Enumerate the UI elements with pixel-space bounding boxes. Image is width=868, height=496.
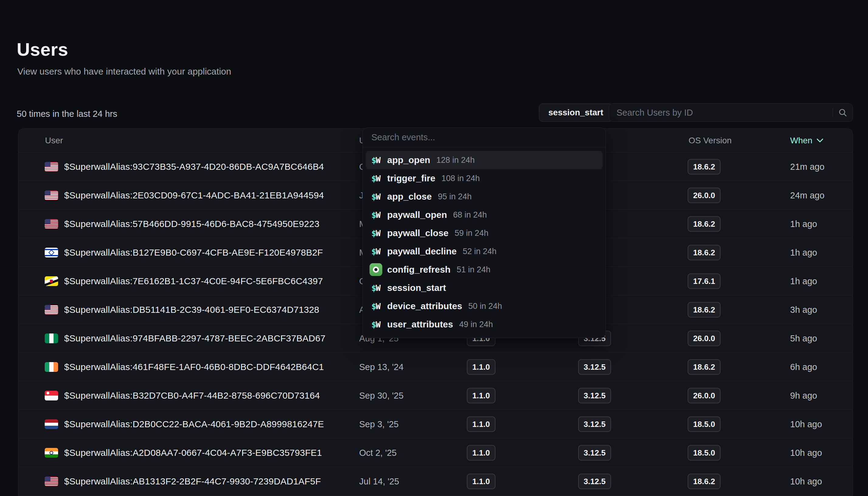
- header-when-sort[interactable]: When: [790, 136, 823, 145]
- event-list-item[interactable]: $W trigger_fire 108 in 24h: [366, 169, 602, 187]
- event-count: 128 in 24h: [436, 155, 475, 165]
- when-value: 21m ago: [790, 161, 824, 172]
- event-count: 52 in 24h: [463, 247, 496, 256]
- nl-flag-icon: [45, 419, 58, 429]
- user-search-box: [609, 104, 853, 122]
- os-version-badge: 18.6.2: [688, 359, 721, 375]
- app-version-badge: 3.12.5: [578, 359, 611, 375]
- us-flag-icon: [45, 305, 58, 315]
- user-id: $SuperwallAlias:93C73B35-A937-4D20-86DB-…: [64, 161, 324, 172]
- event-list-item[interactable]: $W app_close 95 in 24h: [366, 187, 602, 206]
- event-list-item[interactable]: $W device_attributes 50 in 24h: [366, 297, 602, 315]
- event-filter-button[interactable]: session_start: [539, 104, 613, 122]
- event-list-item[interactable]: $W paywall_open 68 in 24h: [366, 206, 602, 224]
- table-row[interactable]: $SuperwallAlias:AB1313F2-2B2F-44C7-9930-…: [19, 467, 852, 496]
- app-version-badge: 3.12.5: [578, 388, 611, 403]
- os-version-badge: 18.5.0: [688, 445, 721, 460]
- event-name: trigger_fire: [387, 173, 435, 184]
- user-since: Sep 13, '24: [359, 362, 404, 372]
- when-value: 6h ago: [790, 362, 817, 372]
- event-name: app_open: [387, 155, 430, 165]
- user-id: $SuperwallAlias:7E6162B1-1C37-4C0E-94FC-…: [64, 276, 323, 286]
- event-name: paywall_open: [387, 210, 447, 220]
- event-count: 95 in 24h: [438, 192, 472, 201]
- app-version-badge: 3.12.5: [578, 445, 611, 460]
- event-count: 59 in 24h: [455, 229, 488, 238]
- os-version-badge: 18.6.2: [688, 216, 721, 232]
- ng-flag-icon: [45, 334, 58, 343]
- event-list-item[interactable]: $W paywall_close 59 in 24h: [366, 224, 602, 242]
- table-row[interactable]: $SuperwallAlias:B32D7CB0-A4F7-44B2-8758-…: [19, 381, 852, 410]
- user-id: $SuperwallAlias:A2D08AA7-0667-4C04-A7F3-…: [64, 448, 322, 458]
- user-id: $SuperwallAlias:B32D7CB0-A4F7-44B2-8758-…: [64, 390, 320, 401]
- os-version-badge: 18.5.0: [688, 416, 721, 432]
- events-list: $W app_open 128 in 24h $W trigger_fire 1…: [363, 147, 606, 338]
- os-version-badge: 18.6.2: [688, 474, 721, 489]
- in-flag-icon: [45, 448, 58, 458]
- when-value: 10h ago: [790, 419, 822, 429]
- user-id: $SuperwallAlias:2E03CD09-67C1-4ADC-BA41-…: [64, 190, 324, 201]
- user-since: Oct 2, '25: [359, 448, 397, 458]
- event-count: 50 in 24h: [468, 301, 502, 311]
- events-search-input[interactable]: [363, 128, 606, 147]
- table-row[interactable]: $SuperwallAlias:D2B0CC22-BACA-4061-9B2D-…: [19, 410, 852, 438]
- table-row[interactable]: $SuperwallAlias:A2D08AA7-0667-4C04-A7F3-…: [19, 438, 852, 467]
- event-count: 108 in 24h: [441, 174, 480, 183]
- superwall-event-icon: $W: [371, 283, 387, 293]
- os-version-badge: 26.0.0: [688, 330, 721, 346]
- event-list-item[interactable]: config_refresh 51 in 24h: [366, 261, 602, 279]
- user-search-input[interactable]: [609, 104, 833, 121]
- user-since: Sep 3, '25: [359, 419, 399, 429]
- il-flag-icon: [45, 248, 58, 258]
- event-list-item[interactable]: $W user_attributes 49 in 24h: [366, 315, 602, 334]
- app-version-badge: 3.12.5: [578, 416, 611, 432]
- sdk-version-badge: 1.1.0: [467, 416, 495, 432]
- us-flag-icon: [45, 162, 58, 172]
- header-when-label: When: [790, 136, 812, 145]
- event-list-item[interactable]: $W session_start: [366, 279, 602, 297]
- app-version-badge: 3.12.5: [578, 474, 611, 489]
- event-count: 68 in 24h: [453, 210, 487, 220]
- os-version-badge: 17.6.1: [688, 273, 721, 289]
- sdk-version-badge: 1.1.0: [467, 359, 495, 375]
- us-flag-icon: [45, 219, 58, 229]
- header-os-version: OS Version: [689, 136, 732, 145]
- when-value: 1h ago: [790, 219, 817, 229]
- chevron-down-icon: [817, 138, 823, 142]
- users-page: Users View users who have interacted wit…: [0, 0, 868, 496]
- user-id: $SuperwallAlias:974BFABB-2297-4787-BEEC-…: [64, 333, 325, 343]
- os-version-badge: 18.6.2: [688, 245, 721, 260]
- when-value: 1h ago: [790, 247, 817, 258]
- superwall-event-icon: $W: [371, 155, 387, 165]
- superwall-event-icon: $W: [371, 247, 387, 256]
- event-name: device_attributes: [387, 301, 462, 311]
- table-row[interactable]: $SuperwallAlias:461F48FE-1AF0-46B0-8DBC-…: [19, 353, 852, 381]
- event-count: 49 in 24h: [459, 320, 493, 329]
- event-list-item[interactable]: $W app_open 128 in 24h: [366, 151, 602, 169]
- user-id: $SuperwallAlias:461F48FE-1AF0-46B0-8DBC-…: [64, 362, 324, 372]
- bn-flag-icon: [45, 276, 58, 286]
- event-count-text: 50 times in the last 24 hrs: [17, 109, 117, 119]
- config-refresh-icon: [371, 263, 387, 276]
- user-id: $SuperwallAlias:D2B0CC22-BACA-4061-9B2D-…: [64, 419, 324, 429]
- event-name: paywall_close: [387, 228, 449, 238]
- user-id: $SuperwallAlias:AB1313F2-2B2F-44C7-9930-…: [64, 476, 321, 486]
- events-dropdown: $W app_open 128 in 24h $W trigger_fire 1…: [363, 127, 606, 338]
- event-name: app_close: [387, 191, 432, 202]
- us-flag-icon: [45, 477, 58, 486]
- os-version-badge: 26.0.0: [688, 388, 721, 403]
- search-icon[interactable]: [833, 108, 852, 117]
- superwall-event-icon: $W: [371, 229, 387, 238]
- event-list-item[interactable]: $W paywall_decline 52 in 24h: [366, 242, 602, 261]
- superwall-event-icon: $W: [371, 174, 387, 183]
- superwall-event-icon: $W: [371, 210, 387, 220]
- event-count: 51 in 24h: [456, 265, 490, 275]
- ie-flag-icon: [45, 362, 58, 372]
- user-id: $SuperwallAlias:DB51141B-2C39-4061-9EF0-…: [64, 305, 319, 315]
- superwall-event-icon: $W: [371, 320, 387, 329]
- user-since: Jul 14, '25: [359, 476, 399, 486]
- sg-flag-icon: [45, 391, 58, 401]
- event-name: config_refresh: [387, 264, 450, 275]
- user-id: $SuperwallAlias:B127E9B0-C697-4CFB-AE9E-…: [64, 247, 323, 258]
- when-value: 24m ago: [790, 190, 824, 200]
